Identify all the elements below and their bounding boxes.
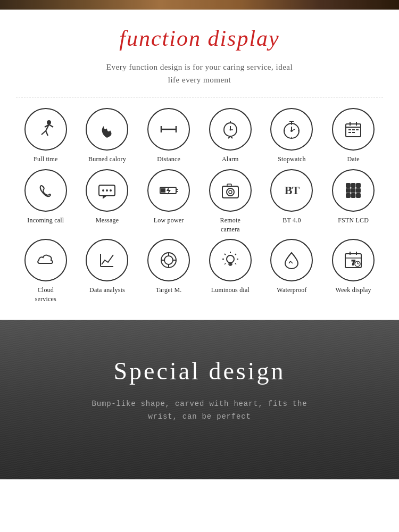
svg-rect-51: [356, 188, 360, 192]
icon-cell-stopwatch: Stopwatch: [262, 108, 322, 164]
svg-rect-45: [227, 184, 231, 187]
icon-cell-full-time: Full time: [16, 108, 76, 164]
icon-label-alarm: Alarm: [222, 155, 239, 164]
icon-low-power: [147, 169, 190, 212]
icon-target: [147, 239, 190, 281]
svg-rect-50: [352, 188, 355, 192]
icon-label-distance: Distance: [157, 155, 180, 164]
icon-grid: Full time Burned calory Distance: [11, 108, 388, 304]
icon-cell-burned-calory: Burned calory: [78, 108, 137, 164]
top-decorative-bar: [0, 0, 399, 10]
svg-rect-32: [348, 132, 351, 133]
svg-line-74: [290, 261, 293, 263]
svg-rect-49: [346, 188, 350, 192]
icon-label-stopwatch: Stopwatch: [278, 155, 305, 164]
icon-luminous: [209, 239, 252, 281]
svg-point-44: [229, 190, 232, 194]
svg-point-36: [106, 189, 108, 192]
icon-label-fstn-lcd: FSTN LCD: [338, 216, 369, 225]
svg-rect-54: [356, 194, 360, 197]
icon-cell-distance: Distance: [139, 108, 198, 164]
icon-bt: BT: [270, 169, 313, 212]
svg-point-43: [227, 188, 234, 196]
svg-line-71: [235, 263, 236, 264]
svg-rect-53: [352, 194, 355, 197]
icon-label-incoming-call: Incoming call: [27, 216, 64, 225]
icon-distance: [147, 108, 190, 151]
icon-waterproof: [270, 239, 313, 281]
special-title: Special design: [16, 357, 383, 385]
icon-cell-low-power: Low power: [139, 169, 198, 234]
divider: [16, 97, 383, 97]
icon-label-remote-camera: Remotecamera: [220, 216, 241, 234]
function-display-section: function display Every function design i…: [0, 10, 399, 320]
icon-cell-incoming-call: Incoming call: [16, 169, 76, 234]
svg-rect-47: [352, 184, 355, 187]
icon-fstn-lcd: [332, 169, 375, 212]
svg-line-65: [235, 254, 236, 255]
icon-label-target: Target M.: [156, 286, 182, 295]
icon-cell-waterproof: Waterproof: [262, 239, 322, 304]
svg-point-58: [164, 256, 173, 264]
icon-cell-fstn-lcd: FSTN LCD: [323, 169, 383, 234]
svg-rect-30: [352, 129, 355, 130]
section-title: function display: [11, 26, 388, 51]
icon-label-week-display: Week display: [336, 286, 371, 295]
icon-label-full-time: Full time: [34, 155, 57, 164]
svg-point-20: [290, 130, 293, 132]
icon-label-burned-calory: Burned calory: [88, 155, 126, 164]
icon-cell-remote-camera: Remotecamera: [201, 169, 260, 234]
icon-cell-week-display: 7 Week display: [323, 239, 383, 304]
svg-rect-46: [346, 184, 350, 187]
icon-alarm: [209, 108, 252, 151]
icon-label-waterproof: Waterproof: [277, 286, 306, 295]
icon-message: [86, 169, 128, 212]
icon-full-time: [24, 108, 67, 151]
svg-point-35: [102, 189, 104, 192]
special-subtitle: Bump-like shape, carved with heart, fits…: [16, 398, 383, 423]
icon-week-display: 7: [332, 239, 375, 281]
icon-cell-data-analysis: Data analysis: [78, 239, 137, 304]
svg-point-37: [110, 189, 112, 192]
icon-cell-date: Date: [323, 108, 383, 164]
svg-rect-31: [356, 129, 359, 130]
icon-cell-alarm: Alarm: [201, 108, 260, 164]
icon-label-data-analysis: Data analysis: [89, 286, 125, 295]
icon-cell-bt: BT BT 4.0: [262, 169, 322, 234]
bt-text: BT: [285, 184, 299, 197]
icon-remote-camera: [209, 169, 252, 212]
icon-label-cloud: Cloudservices: [35, 286, 56, 304]
icon-label-low-power: Low power: [154, 216, 184, 225]
icon-data-analysis: [86, 239, 128, 281]
icon-cloud: [24, 239, 67, 281]
svg-line-67: [225, 254, 226, 255]
svg-line-4: [49, 124, 53, 127]
svg-line-72: [225, 263, 226, 264]
icon-incoming-call: [24, 169, 67, 212]
icon-cell-cloud: Cloudservices: [16, 239, 76, 304]
icon-cell-luminous: Luminous dial: [201, 239, 260, 304]
icon-label-message: Message: [96, 216, 119, 225]
special-design-section: Special design Bump-like shape, carved w…: [0, 320, 399, 479]
svg-rect-52: [346, 194, 350, 197]
svg-line-3: [46, 131, 48, 136]
icon-label-date: Date: [347, 155, 359, 164]
icon-cell-target: Target M.: [139, 239, 198, 304]
icon-date: [332, 108, 375, 151]
svg-rect-48: [356, 184, 360, 187]
svg-rect-41: [161, 188, 165, 193]
svg-point-63: [227, 255, 234, 263]
icon-burned-calory: [86, 108, 128, 151]
icon-cell-message: Message: [78, 169, 137, 234]
svg-point-0: [47, 120, 51, 124]
section-subtitle: Every function design is for your caring…: [11, 61, 388, 86]
icon-label-bt: BT 4.0: [282, 216, 301, 225]
svg-line-2: [41, 131, 46, 135]
svg-rect-29: [348, 129, 351, 130]
svg-rect-33: [352, 132, 355, 133]
icon-stopwatch: [270, 108, 313, 151]
svg-point-14: [229, 129, 231, 131]
icon-label-luminous: Luminous dial: [211, 286, 250, 295]
